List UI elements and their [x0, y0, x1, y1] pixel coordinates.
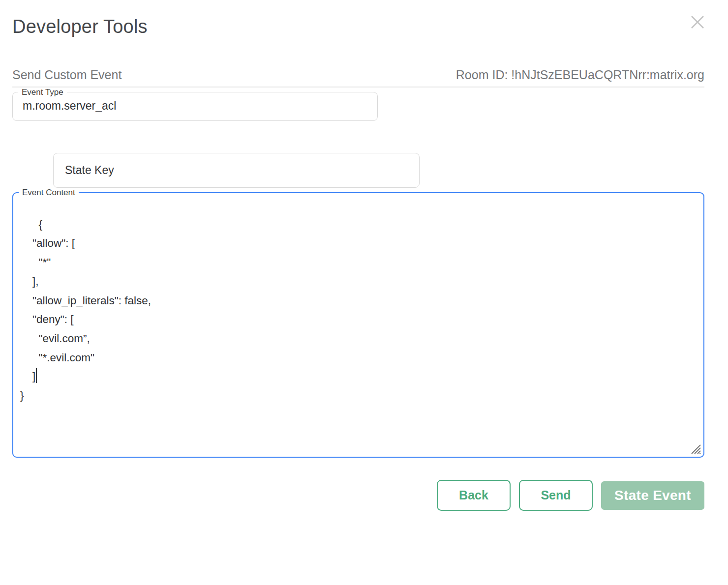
section-title: Send Custom Event	[12, 68, 121, 82]
close-icon	[690, 14, 705, 30]
back-button[interactable]: Back	[437, 480, 511, 511]
event-content-text-before-cursor: { "allow": [ "*" ], "allow_ip_literals":…	[20, 218, 151, 383]
event-type-field: Event Type	[12, 88, 378, 121]
send-button[interactable]: Send	[519, 480, 593, 511]
state-key-input[interactable]	[64, 163, 400, 177]
section-header: Send Custom Event Room ID: !hNJtSzEBEUaC…	[12, 68, 704, 88]
event-content-field: Event Content { "allow": [ "*" ], "allow…	[12, 188, 704, 458]
event-content-textarea[interactable]: { "allow": [ "*" ], "allow_ip_literals":…	[13, 196, 703, 437]
footer-actions: Back Send State Event	[12, 480, 704, 511]
resize-grip-icon[interactable]	[690, 443, 701, 454]
event-type-label: Event Type	[18, 88, 67, 97]
developer-tools-dialog: Developer Tools Send Custom Event Room I…	[0, 0, 728, 585]
event-content-label: Event Content	[19, 188, 79, 197]
event-type-input[interactable]	[13, 97, 357, 120]
state-event-button[interactable]: State Event	[601, 481, 704, 510]
event-content-text-after-cursor: }	[20, 389, 24, 402]
text-cursor	[36, 368, 37, 383]
state-key-field	[53, 153, 420, 188]
room-id-label: Room ID: !hNJtSzEBEUaCQRTNrr:matrix.org	[456, 68, 704, 82]
close-button[interactable]	[688, 13, 707, 32]
page-title: Developer Tools	[12, 0, 704, 37]
